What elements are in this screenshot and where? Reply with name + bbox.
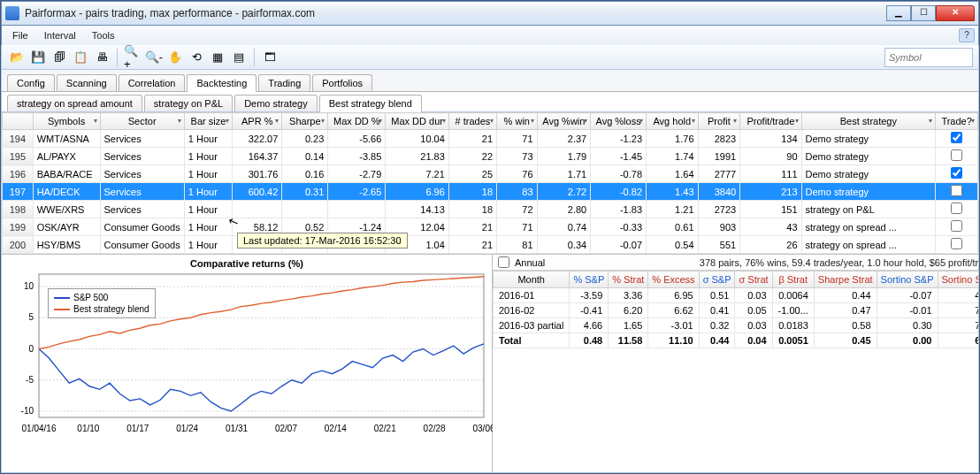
menu-interval[interactable]: Interval	[37, 28, 83, 42]
stats-col[interactable]: σ S&P	[699, 271, 735, 288]
app-icon	[5, 6, 19, 20]
cell: 18	[448, 183, 496, 201]
cell: -0.78	[591, 165, 647, 183]
stats-col[interactable]: % Excess	[648, 271, 699, 288]
trade-checkbox-cell	[936, 165, 978, 183]
stats-col[interactable]: % S&P	[570, 271, 609, 288]
table-row[interactable]: 199OSK/AYRConsumer Goods1 Hour58.120.52-…	[3, 218, 978, 236]
maximize-button[interactable]	[911, 5, 936, 21]
stats-col[interactable]: β Strat	[772, 271, 814, 288]
trade-checkbox[interactable]	[951, 149, 962, 161]
table-row[interactable]: 196BABA/RACEServices1 Hour301.760.16-2.7…	[3, 165, 978, 183]
stats-cell: 0.04	[735, 333, 772, 348]
col-header[interactable]: Avg hold	[647, 113, 699, 130]
open-icon[interactable]: 📂	[7, 48, 27, 67]
minimize-button[interactable]	[886, 5, 911, 21]
subtab-0[interactable]: strategy on spread amount	[7, 95, 142, 111]
separator	[117, 49, 118, 66]
col-header[interactable]: Avg %loss	[591, 113, 647, 130]
refresh-icon[interactable]: ⟲	[187, 48, 206, 67]
svg-text:02/21: 02/21	[374, 424, 396, 433]
stats-col[interactable]: Sharpe Strat	[814, 271, 877, 288]
tab-config[interactable]: Config	[7, 74, 55, 91]
table-row[interactable]: 198WWE/XRSServices1 Hour14.1318722.80-1.…	[3, 201, 978, 218]
stats-cell: 2016-02	[494, 303, 570, 318]
cell: 194	[3, 130, 34, 148]
subtab-2[interactable]: Demo strategy	[234, 95, 318, 111]
cell: 25	[448, 165, 496, 183]
stats-cell: 6.02	[938, 333, 978, 348]
menu-file[interactable]: File	[5, 28, 35, 42]
trade-checkbox[interactable]	[951, 185, 962, 196]
col-header[interactable]: APR %	[233, 113, 282, 130]
menu-tools[interactable]: Tools	[85, 28, 122, 42]
trade-checkbox-cell	[936, 130, 978, 148]
cell	[328, 201, 386, 218]
cell: 0.34	[537, 236, 591, 254]
col-header[interactable]: Max DD %	[328, 113, 386, 130]
copy-icon[interactable]: 📋	[71, 48, 90, 67]
zoomout-icon[interactable]: 🔍-	[144, 48, 164, 67]
print-icon[interactable]: 🖶	[92, 48, 111, 67]
help-button[interactable]: ?	[959, 28, 975, 42]
table-row[interactable]: 194WMT/ASNAServices1 Hour322.070.23-5.66…	[3, 130, 978, 148]
cell: 1 Hour	[184, 148, 232, 165]
tab-backtesting[interactable]: Backtesting	[187, 74, 256, 92]
cell: BABA/RACE	[33, 165, 100, 183]
zoomin-icon[interactable]: 🔍+	[123, 48, 142, 67]
tab-correlation[interactable]: Correlation	[119, 74, 186, 91]
trade-checkbox[interactable]	[951, 238, 962, 249]
col-header[interactable]: Sharpe	[282, 113, 328, 130]
col-header[interactable]: Sector	[100, 113, 184, 130]
symbol-input[interactable]	[889, 52, 980, 63]
backtest-grid: SymbolsSectorBar sizeAPR %SharpeMax DD %…	[2, 112, 978, 255]
stats-table: Month% S&P% Strat% Excessσ S&Pσ Stratβ S…	[493, 271, 978, 348]
tab-scanning[interactable]: Scanning	[57, 74, 117, 91]
pan-icon[interactable]: ✋	[165, 48, 185, 67]
col-header[interactable]: % win	[497, 113, 538, 130]
table-row[interactable]: 195AL/PAYXServices1 Hour164.370.14-3.852…	[3, 148, 978, 165]
cell: Consumer Goods	[100, 236, 184, 254]
col-header[interactable]: Avg %win	[537, 113, 591, 130]
cell: Demo strategy	[801, 165, 936, 183]
stats-col[interactable]: Month	[494, 271, 570, 288]
col-header[interactable]	[3, 113, 34, 130]
cell: 2.37	[537, 130, 591, 148]
grid-icon[interactable]: ▦	[208, 48, 227, 67]
table-row[interactable]: 197HA/DECKServices1 Hour600.420.31-2.656…	[3, 183, 978, 201]
col-header[interactable]: Profit/trade	[740, 113, 801, 130]
cell: Services	[100, 201, 184, 218]
col-header[interactable]: Trade?	[936, 113, 978, 130]
stats-col[interactable]: Sortino Strat	[938, 271, 978, 288]
saveall-icon[interactable]: 🗐	[50, 48, 69, 67]
table-row[interactable]: 200HSY/BMSConsumer Goods1 Hour32.610.33-…	[3, 236, 978, 254]
list-icon[interactable]: ▤	[229, 48, 249, 67]
trade-checkbox[interactable]	[951, 203, 962, 214]
stats-col[interactable]: σ Strat	[735, 271, 772, 288]
stats-col[interactable]: Sortino S&P	[877, 271, 938, 288]
close-button[interactable]	[936, 5, 975, 21]
col-header[interactable]: Symbols	[33, 113, 100, 130]
cell: 200	[3, 236, 34, 254]
save-icon[interactable]: 💾	[28, 48, 48, 67]
cell: 197	[3, 183, 34, 201]
cell: 26	[740, 236, 801, 254]
annual-label: Annual	[515, 257, 545, 268]
col-header[interactable]: # trades	[448, 113, 496, 130]
tab-portfolios[interactable]: Portfolios	[312, 74, 372, 91]
cell: Demo strategy	[801, 183, 936, 201]
tab-trading[interactable]: Trading	[258, 74, 310, 91]
subtab-1[interactable]: strategy on P&L	[144, 95, 233, 111]
col-header[interactable]: Best strategy	[801, 113, 936, 130]
trade-checkbox[interactable]	[951, 132, 962, 143]
subtab-3[interactable]: Best strategy blend	[319, 95, 422, 112]
trade-checkbox[interactable]	[951, 220, 962, 232]
col-header[interactable]: Max DD dur	[386, 113, 449, 130]
trade-checkbox[interactable]	[951, 167, 962, 179]
annual-checkbox[interactable]	[498, 256, 509, 268]
symbol-search[interactable]: 🔍	[884, 48, 973, 67]
stats-col[interactable]: % Strat	[609, 271, 648, 288]
col-header[interactable]: Bar size	[184, 113, 232, 130]
col-header[interactable]: Profit	[698, 113, 740, 130]
window-icon[interactable]: 🗔	[260, 48, 279, 67]
